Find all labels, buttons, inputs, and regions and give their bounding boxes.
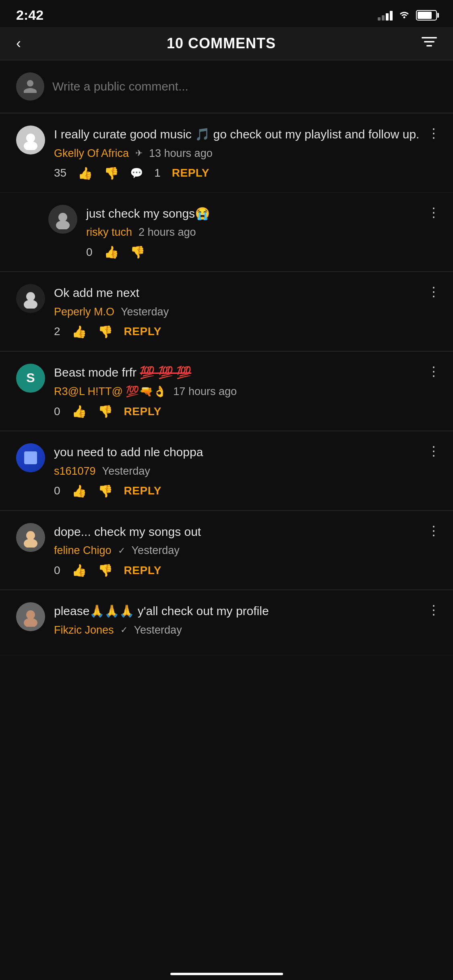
comment-meta: feline Chigo ✓ Yesterday	[54, 544, 437, 557]
comment-input[interactable]: Write a public comment...	[52, 80, 188, 93]
comment-item: I really curate good music 🎵 go check ou…	[0, 113, 453, 193]
comment-text: dope... check my songs out	[54, 523, 437, 541]
dislike-button[interactable]: 👎	[104, 166, 119, 180]
comment-actions: 0 👍 👎 REPLY	[54, 563, 437, 577]
comment-author[interactable]: Fikzic Jones	[54, 624, 114, 636]
dislike-button[interactable]: 👎	[98, 404, 113, 418]
comment-item: S Beast mode frfr 💯 💯 💯 R3@L H!TT@ 💯🔫👌 1…	[0, 352, 453, 431]
avatar: S	[16, 364, 45, 393]
like-count: 2	[54, 325, 60, 338]
comment-item: please🙏🙏🙏 y'all check out my profile Fik…	[0, 590, 453, 655]
like-count: 0	[54, 405, 60, 418]
comment-body: you need to add nle choppa s161079 Yeste…	[54, 443, 437, 498]
comment-meta: Fikzic Jones ✓ Yesterday	[54, 624, 437, 636]
svg-rect-9	[24, 451, 37, 464]
avatar	[16, 523, 45, 552]
more-options-button[interactable]: ⋮	[427, 602, 441, 618]
comment-body: I really curate good music 🎵 go check ou…	[54, 126, 437, 180]
comment-actions: 0 👍 👎 REPLY	[54, 404, 437, 418]
reply-button[interactable]: REPLY	[172, 167, 209, 179]
svg-point-12	[26, 610, 35, 619]
reply-button[interactable]: REPLY	[124, 564, 161, 577]
comment-author[interactable]: risky tuch	[86, 226, 132, 239]
reply-count-icon: 💬	[130, 167, 143, 179]
comment-text: just check my songs😭	[86, 205, 437, 222]
comment-meta: s161079 Yesterday	[54, 465, 437, 478]
comment-time: 2 hours ago	[139, 226, 196, 239]
comment-text: you need to add nle choppa	[54, 443, 437, 461]
comment-meta: Gkelly Of Africa ✈ 13 hours ago	[54, 147, 437, 160]
comment-author[interactable]: feline Chigo	[54, 544, 112, 557]
svg-rect-0	[422, 37, 437, 39]
reply-button[interactable]: REPLY	[124, 325, 161, 338]
like-count: 35	[54, 167, 66, 179]
comment-actions: 0 👍 👎	[86, 245, 437, 259]
comment-author[interactable]: s161079	[54, 465, 96, 478]
more-options-button[interactable]: ⋮	[427, 205, 441, 220]
comment-body: just check my songs😭 risky tuch 2 hours …	[86, 205, 437, 259]
dislike-button[interactable]: 👎	[98, 484, 113, 498]
svg-point-11	[24, 539, 37, 548]
comment-time: 13 hours ago	[149, 147, 213, 160]
like-button[interactable]: 👍	[72, 484, 87, 498]
dislike-button[interactable]: 👎	[130, 245, 145, 259]
filter-icon[interactable]	[422, 36, 437, 51]
avatar	[16, 443, 45, 472]
comment-body: Beast mode frfr 💯 💯 💯 R3@L H!TT@ 💯🔫👌 17 …	[54, 364, 437, 419]
back-button[interactable]: ‹	[16, 35, 21, 52]
comment-time: Yesterday	[134, 624, 182, 636]
status-icons	[378, 9, 437, 21]
svg-point-3	[26, 134, 35, 142]
dislike-button[interactable]: 👎	[98, 325, 113, 339]
status-bar: 2:42	[0, 0, 453, 27]
verified-icon: ✈	[135, 148, 143, 159]
reply-button[interactable]: REPLY	[124, 484, 161, 497]
signal-icon	[378, 10, 393, 21]
comment-item: just check my songs😭 risky tuch 2 hours …	[0, 193, 453, 272]
like-count: 0	[54, 484, 60, 497]
comment-text: I really curate good music 🎵 go check ou…	[54, 126, 437, 143]
comment-actions: 2 👍 👎 REPLY	[54, 325, 437, 339]
comment-body: please🙏🙏🙏 y'all check out my profile Fik…	[54, 602, 437, 643]
verified-checkmark: ✓	[120, 625, 128, 635]
svg-point-5	[58, 213, 67, 222]
comment-item: you need to add nle choppa s161079 Yeste…	[0, 431, 453, 511]
comment-text: please🙏🙏🙏 y'all check out my profile	[54, 602, 437, 620]
svg-rect-1	[424, 41, 434, 43]
comments-header: ‹ 10 COMMENTS	[0, 27, 453, 60]
verified-checkmark: ✓	[118, 546, 125, 556]
svg-point-10	[26, 531, 35, 540]
comment-body: Ok add me next Peperly M.O Yesterday 2 👍…	[54, 284, 437, 339]
more-options-button[interactable]: ⋮	[427, 364, 441, 379]
like-button[interactable]: 👍	[78, 166, 93, 180]
svg-rect-2	[426, 45, 432, 47]
like-button[interactable]: 👍	[72, 325, 87, 339]
comment-time: Yesterday	[102, 465, 150, 478]
comment-meta: risky tuch 2 hours ago	[86, 226, 437, 239]
comment-body: dope... check my songs out feline Chigo …	[54, 523, 437, 578]
more-options-button[interactable]: ⋮	[427, 443, 441, 459]
battery-icon	[416, 10, 437, 21]
status-time: 2:42	[16, 7, 43, 23]
comment-input-row[interactable]: Write a public comment...	[0, 60, 453, 113]
reply-button[interactable]: REPLY	[124, 405, 161, 418]
avatar	[48, 205, 77, 234]
comment-time: Yesterday	[121, 306, 169, 318]
home-indicator	[170, 973, 283, 975]
avatar	[16, 602, 45, 631]
comment-author[interactable]: R3@L H!TT@ 💯🔫👌	[54, 385, 167, 398]
avatar	[16, 284, 45, 313]
like-button[interactable]: 👍	[72, 404, 87, 418]
more-options-button[interactable]: ⋮	[427, 523, 441, 538]
like-count: 0	[86, 246, 93, 259]
comment-meta: R3@L H!TT@ 💯🔫👌 17 hours ago	[54, 385, 437, 398]
like-button[interactable]: 👍	[72, 563, 87, 577]
like-button[interactable]: 👍	[104, 245, 119, 259]
comment-author[interactable]: Peperly M.O	[54, 306, 114, 318]
dislike-button[interactable]: 👎	[98, 563, 113, 577]
svg-point-4	[24, 141, 37, 150]
more-options-button[interactable]: ⋮	[427, 126, 441, 141]
comment-author[interactable]: Gkelly Of Africa	[54, 147, 129, 160]
more-options-button[interactable]: ⋮	[427, 284, 441, 299]
comment-time: 17 hours ago	[173, 385, 237, 398]
